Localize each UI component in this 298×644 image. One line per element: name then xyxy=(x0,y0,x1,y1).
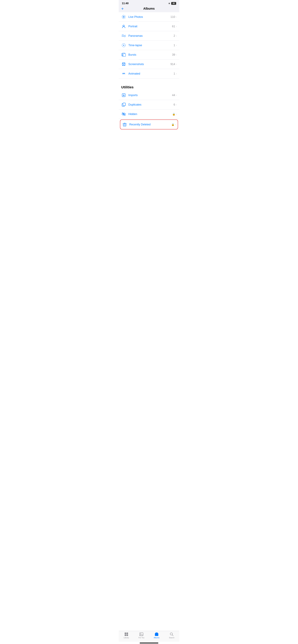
tab-library[interactable]: Library xyxy=(119,632,134,638)
list-item-recently-deleted[interactable]: Recently Deleted 🔒 › xyxy=(120,120,178,130)
panoramas-icon xyxy=(121,33,126,38)
svg-rect-33 xyxy=(156,632,158,634)
svg-point-13 xyxy=(123,45,124,46)
list-item-bursts[interactable]: Bursts 39 › xyxy=(119,50,179,60)
airplane-icon: ✈ xyxy=(168,2,170,5)
chevron-icon: › xyxy=(176,34,177,37)
svg-line-8 xyxy=(125,16,125,16)
chevron-icon: › xyxy=(175,123,176,126)
portrait-icon: f xyxy=(121,24,126,29)
bursts-count: 39 xyxy=(172,53,175,56)
duplicates-icon xyxy=(121,102,126,107)
svg-point-10 xyxy=(123,25,124,26)
panoramas-label: Panoramas xyxy=(128,34,174,38)
recently-deleted-label: Recently Deleted xyxy=(129,123,171,126)
albums-icon xyxy=(155,632,159,636)
bursts-icon xyxy=(121,52,126,57)
recently-deleted-icon xyxy=(122,122,127,127)
svg-rect-28 xyxy=(125,634,126,636)
screenshots-icon xyxy=(121,62,126,67)
animated-icon xyxy=(121,71,126,76)
tab-bar: Library For You Albums Sea xyxy=(119,631,179,642)
status-icons: ✈ 45 xyxy=(168,2,176,5)
animated-count: 1 xyxy=(174,72,175,75)
list-item-imports[interactable]: Imports 44 › xyxy=(119,90,179,100)
list-item-live-photos[interactable]: Live Photos 110 › xyxy=(119,12,179,22)
svg-line-9 xyxy=(122,18,123,18)
chevron-icon: › xyxy=(176,25,177,28)
svg-rect-21 xyxy=(123,103,125,106)
chevron-icon: › xyxy=(176,16,177,18)
live-photos-icon xyxy=(121,14,126,19)
list-item-portrait[interactable]: f Portrait 61 › xyxy=(119,22,179,31)
tab-search-label: Search xyxy=(169,637,175,638)
status-bar: 11:40 ✈ 45 xyxy=(119,0,179,6)
svg-rect-16 xyxy=(123,54,125,56)
nav-bar: + Albums xyxy=(119,6,179,12)
battery-indicator: 45 xyxy=(171,2,176,5)
hidden-icon xyxy=(121,112,126,116)
for-you-icon xyxy=(139,632,143,636)
section-separator xyxy=(119,78,179,82)
svg-point-31 xyxy=(140,634,141,634)
chevron-icon: › xyxy=(176,113,177,115)
search-tab-icon xyxy=(170,632,174,636)
chevron-icon: › xyxy=(176,44,177,46)
screenshots-label: Screenshots xyxy=(128,62,171,66)
tab-albums-label: Albums xyxy=(154,637,160,638)
tab-for-you[interactable]: For You xyxy=(134,632,149,638)
page-title: Albums xyxy=(143,7,155,10)
content-area: Live Photos 110 › f Portrait 61 › Panora… xyxy=(119,12,179,631)
tab-search[interactable]: Search xyxy=(164,632,179,638)
list-item-hidden[interactable]: Hidden 🔒 › xyxy=(119,110,179,119)
library-icon xyxy=(124,632,128,636)
chevron-icon: › xyxy=(176,72,177,75)
list-item-screenshots[interactable]: Screenshots 914 › xyxy=(119,60,179,69)
hidden-label: Hidden xyxy=(128,112,172,116)
home-indicator xyxy=(140,642,158,644)
chevron-icon: › xyxy=(176,104,177,106)
hidden-lock-icon: 🔒 xyxy=(172,113,175,116)
svg-rect-32 xyxy=(155,633,158,636)
tab-for-you-label: For You xyxy=(138,637,144,638)
imports-label: Imports xyxy=(128,94,172,97)
chevron-icon: › xyxy=(176,54,177,56)
portrait-label: Portrait xyxy=(128,25,172,28)
duplicates-count: 6 xyxy=(174,103,175,106)
timelapse-icon xyxy=(121,43,126,48)
svg-line-7 xyxy=(125,18,125,18)
imports-count: 44 xyxy=(172,94,175,97)
timelapse-label: Time-lapse xyxy=(128,44,174,47)
svg-rect-29 xyxy=(126,634,128,636)
animated-label: Animated xyxy=(128,72,174,75)
imports-icon xyxy=(121,93,126,98)
live-photos-label: Live Photos xyxy=(128,15,171,18)
portrait-count: 61 xyxy=(172,25,175,28)
svg-rect-30 xyxy=(140,633,143,636)
svg-text:f: f xyxy=(122,25,123,26)
chevron-icon: › xyxy=(176,94,177,96)
recently-deleted-wrapper: Recently Deleted 🔒 › xyxy=(119,119,179,131)
svg-rect-26 xyxy=(125,632,126,634)
list-item-animated[interactable]: Animated 1 › xyxy=(119,69,179,78)
add-album-button[interactable]: + xyxy=(121,6,124,11)
svg-line-35 xyxy=(172,635,173,636)
timelapse-count: 1 xyxy=(174,44,175,47)
recently-deleted-lock-icon: 🔒 xyxy=(171,123,175,126)
tab-library-label: Library xyxy=(124,637,129,638)
svg-line-6 xyxy=(122,16,123,16)
chevron-icon: › xyxy=(176,63,177,66)
list-item-timelapse[interactable]: Time-lapse 1 › xyxy=(119,40,179,50)
utilities-section-header: Utilities xyxy=(119,82,179,90)
svg-rect-25 xyxy=(123,124,126,126)
screenshots-count: 914 xyxy=(171,62,175,66)
tab-albums[interactable]: Albums xyxy=(149,632,164,638)
list-item-panoramas[interactable]: Panoramas 2 › xyxy=(119,31,179,40)
svg-point-1 xyxy=(123,17,124,17)
bursts-label: Bursts xyxy=(128,53,172,56)
svg-point-18 xyxy=(123,64,124,65)
svg-rect-27 xyxy=(126,632,128,634)
live-photos-count: 110 xyxy=(171,15,175,18)
status-time: 11:40 xyxy=(122,2,128,5)
list-item-duplicates[interactable]: Duplicates 6 › xyxy=(119,100,179,110)
